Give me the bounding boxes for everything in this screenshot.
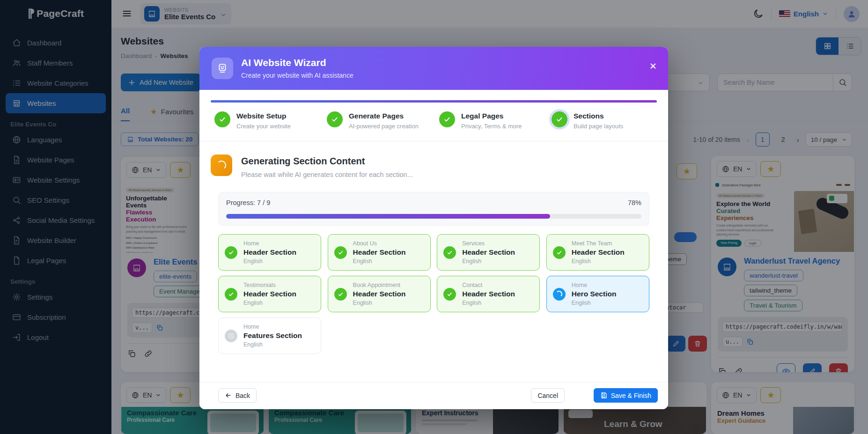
modal-subtitle: Create your website with AI assistance bbox=[241, 72, 353, 79]
check-circle-icon bbox=[443, 288, 456, 301]
progress-label: Progress: 7 / 9 bbox=[226, 199, 270, 206]
step-legal-pages: Legal Pages Privacy, Terms & more bbox=[439, 111, 548, 130]
section-card: Book AppointmentHeader SectionEnglish bbox=[328, 276, 431, 312]
check-circle-icon bbox=[553, 246, 566, 259]
section-card-generating: HomeHero SectionEnglish bbox=[546, 276, 649, 312]
check-circle-icon bbox=[225, 246, 237, 259]
step-title: Website Setup bbox=[236, 111, 291, 120]
arrow-left-icon bbox=[225, 392, 232, 399]
section-card: About UsHeader SectionEnglish bbox=[328, 234, 431, 271]
save-icon bbox=[600, 392, 607, 399]
step-caption: Create your website bbox=[236, 123, 291, 130]
section-card: ContactHeader SectionEnglish bbox=[437, 276, 540, 312]
modal-title: AI Website Wizard bbox=[241, 57, 326, 68]
check-circle-icon bbox=[214, 111, 230, 127]
section-cards-grid: HomeHeader SectionEnglish About UsHeader… bbox=[218, 234, 649, 354]
progress-percent: 78% bbox=[628, 199, 641, 206]
section-card: Meet The TeamHeader SectionEnglish bbox=[546, 234, 649, 271]
screen: ⁋ PageCraft Dashboard Staff Members Webs… bbox=[0, 0, 868, 434]
section-card: ServicesHeader SectionEnglish bbox=[437, 234, 540, 271]
step-title: Sections bbox=[574, 111, 623, 120]
back-button[interactable]: Back bbox=[218, 388, 257, 403]
progress-bar bbox=[226, 214, 641, 219]
step-sections: Sections Build page layouts bbox=[552, 111, 660, 130]
check-circle-icon bbox=[334, 246, 347, 259]
generating-subtitle: Please wait while AI generates content f… bbox=[241, 171, 413, 178]
step-caption: Privacy, Terms & more bbox=[461, 123, 522, 130]
step-caption: Build page layouts bbox=[574, 123, 623, 130]
clock-icon bbox=[225, 330, 237, 342]
generating-spinner-icon bbox=[211, 154, 232, 176]
check-circle-icon bbox=[334, 288, 347, 301]
check-circle-icon bbox=[439, 111, 455, 127]
progress-bar-fill bbox=[226, 214, 550, 219]
step-title: Generate Pages bbox=[349, 111, 419, 120]
step-caption: AI-powered page creation bbox=[349, 123, 419, 130]
check-circle-icon bbox=[327, 111, 343, 127]
step-title: Legal Pages bbox=[461, 111, 522, 120]
close-button[interactable]: ✕ bbox=[649, 62, 657, 71]
modal-header: AI Website Wizard Create your website wi… bbox=[199, 47, 668, 90]
section-card-pending: HomeFeatures SectionEnglish bbox=[218, 317, 321, 354]
robot-icon bbox=[212, 58, 233, 79]
generating-title: Generating Section Content bbox=[241, 156, 365, 167]
divider bbox=[199, 141, 668, 141]
ai-website-wizard-modal: AI Website Wizard Create your website wi… bbox=[199, 47, 668, 409]
section-card: HomeHeader SectionEnglish bbox=[218, 234, 321, 271]
check-circle-icon bbox=[552, 111, 567, 127]
cancel-button[interactable]: Cancel bbox=[531, 388, 565, 403]
modal-footer: Back Cancel Save & Finish bbox=[199, 383, 668, 409]
step-website-setup: Website Setup Create your website bbox=[214, 111, 323, 130]
check-circle-icon bbox=[225, 288, 237, 301]
section-card: TestimonialsHeader SectionEnglish bbox=[218, 276, 321, 312]
save-finish-button[interactable]: Save & Finish bbox=[594, 388, 658, 403]
progress-panel: Progress: 7 / 9 78% bbox=[218, 192, 649, 226]
check-circle-icon bbox=[443, 246, 456, 259]
step-generate-pages: Generate Pages AI-powered page creation bbox=[327, 111, 435, 130]
spinner-icon bbox=[553, 288, 566, 301]
wizard-progress-line bbox=[211, 100, 657, 103]
